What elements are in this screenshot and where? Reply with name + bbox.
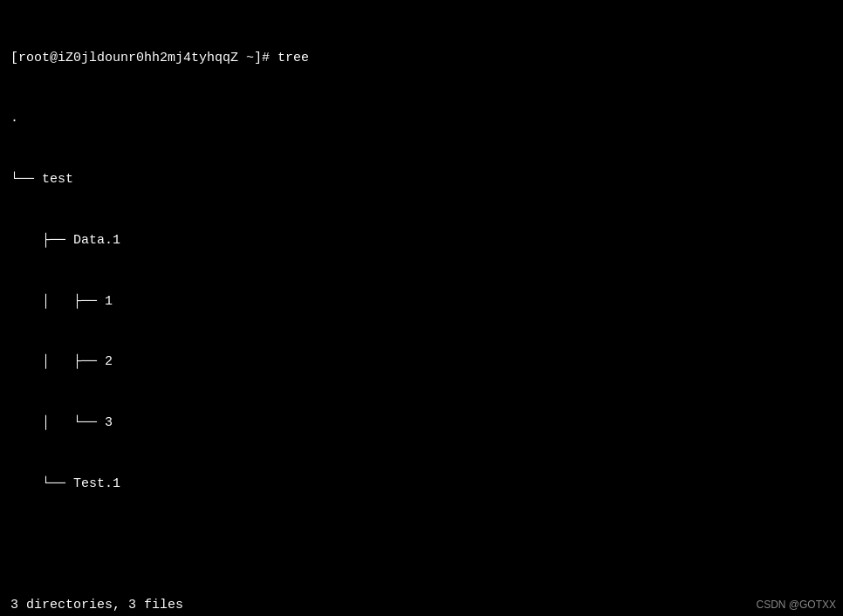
- blank1: [10, 535, 833, 555]
- tree1-line5: │ └── 3: [10, 413, 833, 433]
- summary1: 3 directories, 3 files: [10, 595, 833, 615]
- tree1-line4: │ ├── 2: [10, 352, 833, 372]
- tree1-root: .: [10, 108, 833, 128]
- terminal-window: [root@iZ0jldounr0hh2mj4tyhqqZ ~]# tree .…: [0, 0, 843, 616]
- tree1-line6: └── Test.1: [10, 474, 833, 494]
- watermark: CSDN @GOTXX: [756, 599, 836, 611]
- tree1-line2: ├── Data.1: [10, 230, 833, 250]
- line-cmd1: [root@iZ0jldounr0hh2mj4tyhqqZ ~]# tree: [10, 48, 833, 68]
- tree1-line3: │ ├── 1: [10, 291, 833, 311]
- tree1-line1: └── test: [10, 169, 833, 189]
- prompt1: [root@iZ0jldounr0hh2mj4tyhqqZ ~]#: [10, 51, 270, 65]
